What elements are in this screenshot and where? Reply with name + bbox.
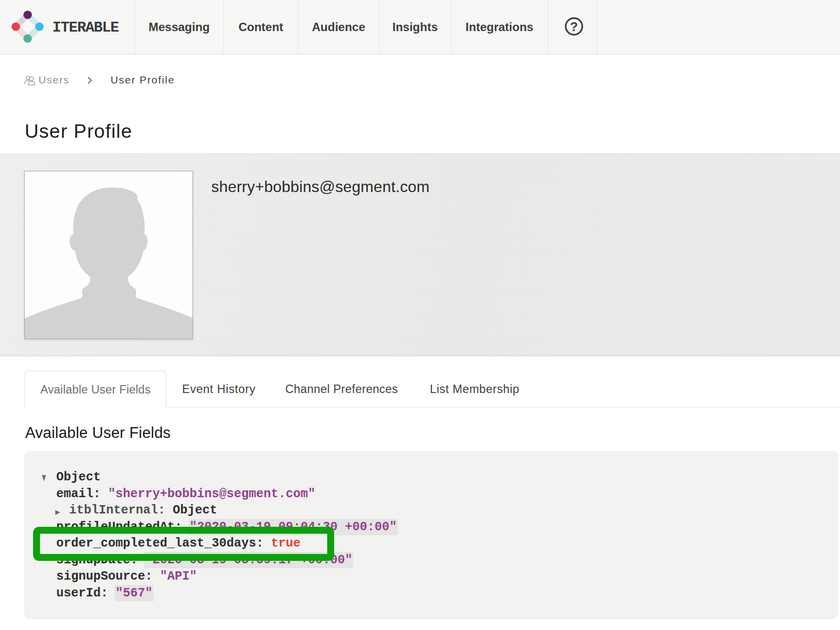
svg-text:?: ? xyxy=(570,19,578,34)
